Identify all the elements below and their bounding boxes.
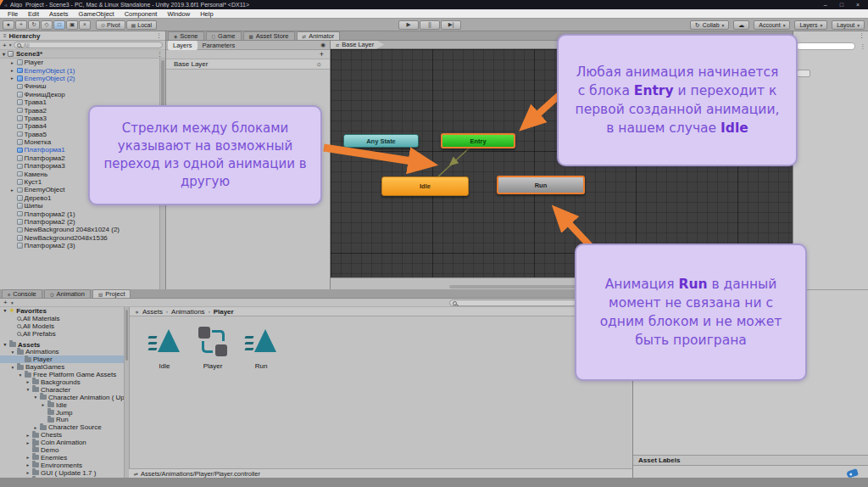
hierarchy-item-enemyobject-1-[interactable]: ▸EnemyObject (1) <box>0 66 159 74</box>
project-tree-item-all-materials[interactable]: All Materials <box>0 315 124 322</box>
scale-tool-button[interactable]: ◇ <box>41 20 53 30</box>
state-entry[interactable]: Entry <box>441 133 515 148</box>
transform-tool-button[interactable]: ▣ <box>66 20 78 30</box>
expand-closed-icon[interactable]: ▸ <box>25 455 31 460</box>
breadcrumb-player[interactable]: Player <box>214 308 234 316</box>
menu-file[interactable]: File <box>3 10 23 18</box>
breadcrumb-animations[interactable]: Animations <box>171 308 205 316</box>
expand-open-icon[interactable]: ▾ <box>33 395 38 400</box>
cloud-button[interactable]: ☁ <box>733 20 749 30</box>
state-idle[interactable]: Idle <box>381 176 469 196</box>
expand-closed-icon[interactable]: ▸ <box>25 440 31 445</box>
project-search-input[interactable] <box>449 299 576 306</box>
inspector-name-field[interactable] <box>796 42 855 50</box>
hierarchy-item-enemyobject-2-[interactable]: ▸EnemyObject (2) <box>0 75 159 82</box>
move-tool-button[interactable]: + <box>15 20 27 30</box>
collab-dropdown[interactable]: ↻ Collab ▾ <box>690 20 730 30</box>
rotate-tool-button[interactable]: ↻ <box>28 20 40 30</box>
tab-layers[interactable]: Layers <box>168 41 198 50</box>
expand-closed-icon[interactable]: ▸ <box>41 402 46 407</box>
expand-closed-icon[interactable]: ▸ <box>25 470 31 475</box>
scene-root-row[interactable]: ▾ Scene3* ⋮ <box>0 50 165 59</box>
hierarchy-item-платформа2-1-[interactable]: Платформа2 (1) <box>0 210 159 217</box>
breadcrumb-base-layer[interactable]: ⇄ Base Layer <box>331 41 384 49</box>
hierarchy-search-input[interactable]: All <box>14 42 163 48</box>
project-tree-item-free-platform-game-assets[interactable]: ▾Free Platform Game Assets <box>0 371 124 378</box>
breadcrumb-assets[interactable]: Assets <box>142 308 163 316</box>
inspector-small-button[interactable] <box>797 70 810 77</box>
create-asset-button[interactable]: + <box>3 299 8 306</box>
project-tree-item-character-source[interactable]: ▸Character Source <box>0 423 124 431</box>
project-tree-item-coin-animation[interactable]: ▸Coin Animation <box>0 439 124 446</box>
expand-open-icon[interactable]: ▾ <box>10 365 15 370</box>
rect-tool-button[interactable]: □ <box>53 20 65 30</box>
scrollbar-thumb[interactable] <box>125 310 128 361</box>
expand-open-icon[interactable]: ▾ <box>3 51 5 57</box>
expand-closed-icon[interactable]: ▸ <box>33 425 38 430</box>
hierarchy-item-player[interactable]: ▸Player <box>0 59 159 66</box>
step-button[interactable]: ▶| <box>441 20 461 30</box>
expand-open-icon[interactable]: ▾ <box>25 387 31 392</box>
expand-open-icon[interactable]: ▾ <box>10 350 15 355</box>
expand-closed-icon[interactable]: ▸ <box>9 188 15 193</box>
tab-scene[interactable]: ◈Scene <box>168 31 204 40</box>
expand-open-icon[interactable]: ▾ <box>3 342 8 347</box>
asset-labels-header[interactable]: Asset Labels <box>633 455 868 466</box>
expand-closed-icon[interactable]: ▸ <box>25 379 31 384</box>
hierarchy-item-платформа2-2-[interactable]: Платформа2 (2) <box>0 218 159 226</box>
play-button[interactable]: ▶ <box>398 20 419 30</box>
project-tree-item-backgrounds[interactable]: ▸Backgrounds <box>0 378 124 386</box>
tab-animation[interactable]: ◷Animation <box>44 289 91 298</box>
project-tree-item-all-prefabs[interactable]: All Prefabs <box>0 330 124 338</box>
menu-help[interactable]: Help <box>195 10 218 18</box>
tab-asset-store[interactable]: ▦Asset Store <box>243 31 295 40</box>
inspector-menu-icon[interactable]: ⋮ <box>859 32 865 39</box>
close-button[interactable]: × <box>856 2 860 8</box>
menu-window[interactable]: Window <box>162 10 195 18</box>
expand-closed-icon[interactable]: ▸ <box>9 76 15 81</box>
panel-menu-icon[interactable]: ⋮ <box>156 32 162 39</box>
hierarchy-item-newbackground2048x1536[interactable]: NewBackground2048x1536 <box>0 234 159 242</box>
project-tree-item-demo[interactable]: Demo <box>0 446 124 454</box>
project-tree-item-character-animation-update-1-8-[interactable]: ▾Character Animation ( Update 1.8 ) <box>0 394 124 401</box>
layers-dropdown[interactable]: Layers ▾ <box>794 20 827 30</box>
project-tree-item-environments[interactable]: ▸Environments <box>0 462 124 469</box>
menu-assets[interactable]: Assets <box>44 10 74 18</box>
project-tree-item-character[interactable]: ▾Character <box>0 386 124 394</box>
menu-gameobject[interactable]: GameObject <box>74 10 120 18</box>
project-tree-item-chests[interactable]: ▸Chests <box>0 431 124 439</box>
state-any-state[interactable]: Any State <box>343 134 419 148</box>
expand-open-icon[interactable]: ▾ <box>18 372 23 378</box>
asset-player[interactable]: Player <box>192 326 234 370</box>
local-button[interactable]: ▦ Local <box>126 20 157 30</box>
expand-closed-icon[interactable]: ▸ <box>9 68 15 73</box>
project-tree-item-jump[interactable]: Jump <box>0 409 124 417</box>
project-tree-item-gui-update-1-7-[interactable]: ▸GUI ( Update 1.7 ) <box>0 469 124 477</box>
hierarchy-item-newbackground-2048x1024-2-[interactable]: NewBackground 2048x1024 (2) <box>0 226 159 233</box>
asset-idle[interactable]: Idle <box>143 326 186 370</box>
project-tree-item-idle[interactable]: ▸Idle <box>0 401 124 409</box>
create-button[interactable]: + <box>3 42 7 49</box>
project-tree-item-player[interactable]: Player <box>0 355 124 363</box>
tab-game[interactable]: ◻Game <box>206 31 242 40</box>
minimize-button[interactable]: – <box>824 2 827 8</box>
tab-project[interactable]: ▤Project <box>92 289 131 298</box>
expand-closed-icon[interactable]: ▸ <box>25 462 31 467</box>
project-tree-item-all-models[interactable]: All Models <box>0 322 124 330</box>
gear-icon[interactable]: ☼ <box>316 60 322 68</box>
add-layer-button[interactable]: + <box>320 50 324 59</box>
maximize-button[interactable]: □ <box>840 2 843 8</box>
pivot-button[interactable]: ⊙ Pivot <box>96 20 125 30</box>
expand-open-icon[interactable]: ▾ <box>3 308 8 313</box>
tab-animator[interactable]: ⇄Animator <box>297 31 341 40</box>
menu-edit[interactable]: Edit <box>23 10 44 18</box>
expand-closed-icon[interactable]: ▸ <box>9 60 15 65</box>
hierarchy-item-платформа2-3-[interactable]: Платформа2 (3) <box>0 242 159 249</box>
project-tree-item-bayatgames[interactable]: ▾BayatGames <box>0 363 124 371</box>
project-tree-item-favorites[interactable]: ▾★Favorites <box>0 307 124 315</box>
account-dropdown[interactable]: Account ▾ <box>754 20 790 30</box>
asset-run[interactable]: Run <box>240 326 282 370</box>
inspector-options-icon[interactable]: ⋮ <box>860 43 866 50</box>
project-tree-item-run[interactable]: Run <box>0 416 124 423</box>
menu-component[interactable]: Component <box>120 10 163 18</box>
